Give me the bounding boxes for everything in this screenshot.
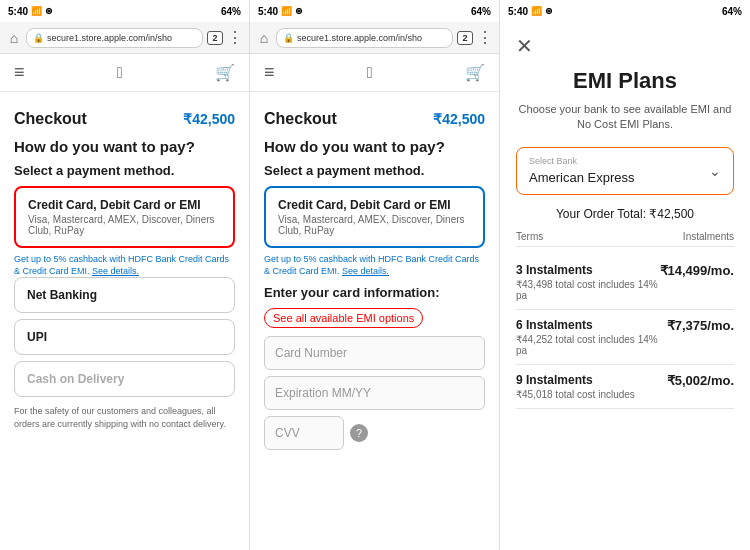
emi-9-amount: ₹5,002/mo. [667, 373, 734, 388]
emi-row-6-left: 6 Instalments ₹44,252 total cost include… [516, 318, 667, 356]
emi-row-3-left: 3 Instalments ₹43,498 total cost include… [516, 263, 660, 301]
lock-icon-1: 🔒 [33, 33, 44, 43]
credit-card-option-2[interactable]: Credit Card, Debit Card or EMI Visa, Mas… [264, 186, 485, 248]
url-text-1: secure1.store.apple.com/in/sho [47, 33, 172, 43]
cvv-help-icon-2[interactable]: ? [350, 424, 368, 442]
net-banking-1[interactable]: Net Banking [14, 277, 235, 313]
emi-row-3-inner: 3 Instalments ₹43,498 total cost include… [516, 263, 734, 301]
status-bar-3: 5:40 📶 ⊛ 64% [500, 0, 750, 22]
checkout-title-2: Checkout [264, 110, 337, 128]
terms-header: Terms [516, 231, 543, 242]
emi-3-amount: ₹14,499/mo. [660, 263, 735, 278]
see-details-1[interactable]: See details. [92, 266, 139, 276]
emi-6-detail: ₹44,252 total cost includes 14% pa [516, 334, 667, 356]
emi-content: ✕ EMI Plans Choose your bank to see avai… [500, 22, 750, 550]
checkout-header-1: Checkout ₹42,500 [14, 102, 235, 132]
signal-icon-3: 📶 [531, 6, 542, 16]
emi-row-9-inner: 9 Instalments ₹45,018 total cost include… [516, 373, 734, 400]
how-to-pay-1: How do you want to pay? [14, 138, 235, 155]
checkout-amount-2: ₹42,500 [433, 111, 485, 127]
status-right-1: 64% [221, 6, 241, 17]
battery-1: 64% [221, 6, 241, 17]
status-right-2: 64% [471, 6, 491, 17]
credit-card-title-1: Credit Card, Debit Card or EMI [28, 198, 221, 212]
emi-row-6[interactable]: 6 Instalments ₹44,252 total cost include… [516, 310, 734, 365]
signal-icon-2: 📶 [281, 6, 292, 16]
apple-logo-1:  [117, 64, 123, 82]
panel-2: 5:40 📶 ⊛ 64% ⌂ 🔒 secure1.store.apple.com… [250, 0, 500, 550]
browser-bar-2: ⌂ 🔒 secure1.store.apple.com/in/sho 2 ⋮ [250, 22, 499, 54]
emi-table-header: Terms Instalments [516, 231, 734, 247]
battery-3: 64% [722, 6, 742, 17]
bank-selector[interactable]: Select Bank American Express ⌄ [516, 147, 734, 195]
lock-icon-2: 🔒 [283, 33, 294, 43]
wifi-icon-3: ⊛ [545, 6, 553, 16]
apple-logo-2:  [367, 64, 373, 82]
nav-bar-2: ≡  🛒 [250, 54, 499, 92]
tab-count-1[interactable]: 2 [207, 31, 223, 45]
cvv-field-2[interactable]: CVV [264, 416, 344, 450]
url-bar-1[interactable]: 🔒 secure1.store.apple.com/in/sho [26, 28, 203, 48]
status-left-3: 5:40 📶 ⊛ [508, 6, 553, 17]
cvv-row-2: CVV ? [264, 416, 485, 450]
select-method-1: Select a payment method. [14, 163, 235, 178]
status-right-3: 64% [722, 6, 742, 17]
emi-panel: 5:40 📶 ⊛ 64% ✕ EMI Plans Choose your ban… [500, 0, 750, 550]
status-left-1: 5:40 📶 ⊛ [8, 6, 53, 17]
menu-dots-1[interactable]: ⋮ [227, 28, 243, 47]
hamburger-icon-2[interactable]: ≡ [264, 62, 275, 83]
emi-3-title: 3 Instalments [516, 263, 660, 277]
credit-card-title-2: Credit Card, Debit Card or EMI [278, 198, 471, 212]
cart-icon-2[interactable]: 🛒 [465, 63, 485, 82]
hamburger-icon-1[interactable]: ≡ [14, 62, 25, 83]
tab-count-2[interactable]: 2 [457, 31, 473, 45]
bank-selector-content: Select Bank American Express [529, 156, 634, 186]
credit-card-option-1[interactable]: Credit Card, Debit Card or EMI Visa, Mas… [14, 186, 235, 248]
emi-row-9-left: 9 Instalments ₹45,018 total cost include… [516, 373, 635, 400]
page-content-1: Checkout ₹42,500 How do you want to pay?… [0, 92, 249, 550]
expiration-field-2[interactable]: Expiration MM/YY [264, 376, 485, 410]
status-bar-2: 5:40 📶 ⊛ 64% [250, 0, 499, 22]
time-2: 5:40 [258, 6, 278, 17]
emi-subtitle: Choose your bank to see available EMI an… [516, 102, 734, 133]
page-content-2: Checkout ₹42,500 How do you want to pay?… [250, 92, 499, 550]
credit-card-subtitle-1: Visa, Mastercard, AMEX, Discover, Diners… [28, 214, 221, 236]
cod-1: Cash on Delivery [14, 361, 235, 397]
emi-close-button[interactable]: ✕ [516, 34, 734, 58]
browser-bar-1: ⌂ 🔒 secure1.store.apple.com/in/sho 2 ⋮ [0, 22, 249, 54]
upi-title-1: UPI [27, 330, 222, 344]
home-icon-1[interactable]: ⌂ [6, 30, 22, 46]
how-to-pay-2: How do you want to pay? [264, 138, 485, 155]
cod-title-1: Cash on Delivery [27, 372, 222, 386]
emi-3-detail: ₹43,498 total cost includes 14% pa [516, 279, 660, 301]
checkout-amount-1: ₹42,500 [183, 111, 235, 127]
cashback-text-1: Get up to 5% cashback with HDFC Bank Cre… [14, 254, 235, 277]
enter-card-info-2: Enter your card information: [264, 285, 485, 300]
home-icon-2[interactable]: ⌂ [256, 30, 272, 46]
emi-link-2[interactable]: See all available EMI options [264, 308, 423, 328]
order-total: Your Order Total: ₹42,500 [516, 207, 734, 221]
emi-row-3[interactable]: 3 Instalments ₹43,498 total cost include… [516, 255, 734, 310]
time-1: 5:40 [8, 6, 28, 17]
battery-2: 64% [471, 6, 491, 17]
checkout-header-2: Checkout ₹42,500 [264, 102, 485, 132]
cashback-text-2: Get up to 5% cashback with HDFC Bank Cre… [264, 254, 485, 277]
see-details-2[interactable]: See details. [342, 266, 389, 276]
emi-6-title: 6 Instalments [516, 318, 667, 332]
wifi-icon-2: ⊛ [295, 6, 303, 16]
signal-icon-1: 📶 [31, 6, 42, 16]
nav-bar-1: ≡  🛒 [0, 54, 249, 92]
card-form-2: Enter your card information: See all ava… [264, 285, 485, 450]
emi-row-6-inner: 6 Instalments ₹44,252 total cost include… [516, 318, 734, 356]
card-number-field-2[interactable]: Card Number [264, 336, 485, 370]
net-banking-title-1: Net Banking [27, 288, 222, 302]
cart-icon-1[interactable]: 🛒 [215, 63, 235, 82]
checkout-title-1: Checkout [14, 110, 87, 128]
url-bar-2[interactable]: 🔒 secure1.store.apple.com/in/sho [276, 28, 453, 48]
upi-1[interactable]: UPI [14, 319, 235, 355]
emi-title: EMI Plans [516, 68, 734, 94]
menu-dots-2[interactable]: ⋮ [477, 28, 493, 47]
emi-9-title: 9 Instalments [516, 373, 635, 387]
wifi-icon-1: ⊛ [45, 6, 53, 16]
emi-row-9[interactable]: 9 Instalments ₹45,018 total cost include… [516, 365, 734, 409]
